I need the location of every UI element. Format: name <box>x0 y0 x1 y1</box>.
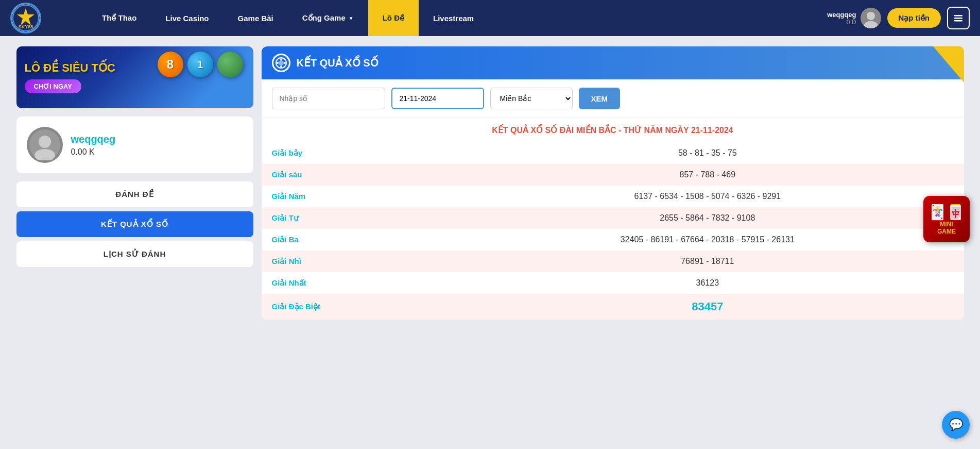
svg-rect-7 <box>954 15 962 16</box>
kqxs-controls: Miền Bắc Miền Trung Miền Nam XEM <box>262 79 964 118</box>
logo-area[interactable]: SKY88 <box>10 3 72 34</box>
header-right: weqgqeg 0 Đ Nạp tiền <box>827 7 970 29</box>
prize-label: Giải Ba <box>262 229 452 251</box>
username-display: weqgqeg <box>827 11 856 19</box>
user-card-balance: 0.00 K <box>71 147 116 157</box>
prize-label: Giải Năm <box>262 186 452 207</box>
table-row: Giải Đặc Biệt83457 <box>262 294 964 320</box>
kqxs-header: KẾT QUẢ XỔ SỐ <box>262 46 964 79</box>
svg-point-17 <box>277 62 279 64</box>
nhap-so-input[interactable] <box>272 88 385 109</box>
nap-tien-button[interactable]: Nạp tiền <box>887 8 941 28</box>
kqxs-title: KẾT QUẢ XỔ SỐ <box>297 57 379 69</box>
prize-label: Giải Đặc Biệt <box>262 294 452 320</box>
ball-green <box>217 52 243 77</box>
minigame-float-button[interactable]: 🃏🀄 MINI GAME <box>923 196 970 242</box>
result-table: Giải bảy58 - 81 - 35 - 75Giải sáu857 - 7… <box>262 142 964 320</box>
svg-rect-8 <box>954 18 962 19</box>
page-body: LÔ ĐỀ SIÊU TỐC CHƠI NGAY 8 1 weqgqeg 0.0… <box>1 36 979 330</box>
svg-point-16 <box>280 65 282 68</box>
table-row: Giải sáu857 - 788 - 469 <box>262 164 964 186</box>
avatar[interactable] <box>861 8 881 28</box>
choi-ngay-button[interactable]: CHƠI NGAY <box>25 79 81 93</box>
svg-point-11 <box>39 136 51 148</box>
nav-cong-game[interactable]: Cổng Game ▼ <box>288 0 368 36</box>
svg-rect-9 <box>954 20 962 22</box>
date-input[interactable] <box>391 88 484 109</box>
prize-values: 83457 <box>451 294 964 320</box>
prize-values: 6137 - 6534 - 1508 - 5074 - 6326 - 9291 <box>451 186 964 207</box>
sidebar-item-danh-de[interactable]: ĐÁNH ĐỀ <box>16 181 253 207</box>
banner-title: LÔ ĐỀ SIÊU TỐC <box>25 61 115 75</box>
minigame-label: 🃏🀄 MINI GAME <box>929 204 965 235</box>
prize-values: 2655 - 5864 - 7832 - 9108 <box>451 207 964 229</box>
prize-label: Giải bảy <box>262 142 452 164</box>
nav-livestream[interactable]: Livestream <box>419 0 488 36</box>
svg-text:SKY88: SKY88 <box>19 24 33 29</box>
table-row: Giải Ba32405 - 86191 - 67664 - 20318 - 5… <box>262 229 964 251</box>
ball-1: 1 <box>187 52 213 77</box>
nav-game-bai[interactable]: Game Bài <box>223 0 288 36</box>
prize-values: 32405 - 86191 - 67664 - 20318 - 57915 - … <box>451 229 964 251</box>
kqxs-triangle-decoration <box>933 46 964 82</box>
prize-values: 857 - 788 - 469 <box>451 164 964 186</box>
result-title: KẾT QUẢ XỔ SỐ ĐÀI MIỀN BẮC - THỨ NĂM NGÀ… <box>262 118 964 142</box>
user-card: weqgqeg 0.00 K <box>16 117 253 173</box>
table-row: Giải Nhất36123 <box>262 272 964 294</box>
prize-label: Giải sáu <box>262 164 452 186</box>
xem-button[interactable]: XEM <box>579 88 621 109</box>
table-row: Giải bảy58 - 81 - 35 - 75 <box>262 142 964 164</box>
prize-label: Giải Nhì <box>262 251 452 272</box>
kqxs-icon <box>272 54 290 72</box>
banner-balls: 8 1 <box>158 52 243 77</box>
user-card-details: weqgqeg 0.00 K <box>71 134 116 157</box>
region-select[interactable]: Miền Bắc Miền Trung Miền Nam <box>490 88 573 109</box>
sidebar-item-lich-su-danh[interactable]: LỊCH SỬ ĐÁNH <box>16 241 253 267</box>
table-row: Giải Năm6137 - 6534 - 1508 - 5074 - 6326… <box>262 186 964 207</box>
main-content: KẾT QUẢ XỔ SỐ Miền Bắc Miền Trung Miền N… <box>262 46 964 320</box>
banner-text: LÔ ĐỀ SIÊU TỐC CHƠI NGAY <box>25 61 115 93</box>
logo: SKY88 <box>10 3 41 34</box>
sidebar-menu: ĐÁNH ĐỀ KẾT QUẢ XỔ SỐ LỊCH SỬ ĐÁNH <box>16 181 253 267</box>
nav-live-casino[interactable]: Live Casino <box>151 0 223 36</box>
user-text: weqgqeg 0 Đ <box>827 11 856 26</box>
svg-point-14 <box>279 60 284 65</box>
user-card-name: weqgqeg <box>71 134 116 145</box>
svg-point-5 <box>867 12 875 20</box>
prize-label: Giải Tư <box>262 207 452 229</box>
table-row: Giải Nhì76891 - 18711 <box>262 251 964 272</box>
chevron-down-icon: ▼ <box>349 15 354 21</box>
menu-icon-button[interactable] <box>947 7 970 29</box>
svg-point-18 <box>284 62 286 64</box>
prize-values: 76891 - 18711 <box>451 251 964 272</box>
user-balance-display: 0 Đ <box>827 19 856 26</box>
ball-8: 8 <box>158 52 183 77</box>
banner[interactable]: LÔ ĐỀ SIÊU TỐC CHƠI NGAY 8 1 <box>16 46 253 108</box>
nav-the-thao[interactable]: Thể Thao <box>88 0 151 36</box>
table-row: Giải Tư2655 - 5864 - 7832 - 9108 <box>262 207 964 229</box>
user-card-avatar <box>27 127 63 163</box>
sidebar-item-ket-qua-xo-so[interactable]: KẾT QUẢ XỔ SỐ <box>16 211 253 237</box>
sidebar: LÔ ĐỀ SIÊU TỐC CHƠI NGAY 8 1 weqgqeg 0.0… <box>16 46 253 320</box>
header: SKY88 Thể Thao Live Casino Game Bài Cổng… <box>0 0 980 36</box>
svg-point-15 <box>280 58 282 60</box>
user-info: weqgqeg 0 Đ <box>827 8 881 28</box>
prize-values: 36123 <box>451 272 964 294</box>
nav-lo-de[interactable]: Lô Đề <box>368 0 419 36</box>
prize-values: 58 - 81 - 35 - 75 <box>451 142 964 164</box>
main-nav: Thể Thao Live Casino Game Bài Cổng Game … <box>88 0 827 36</box>
prize-label: Giải Nhất <box>262 272 452 294</box>
